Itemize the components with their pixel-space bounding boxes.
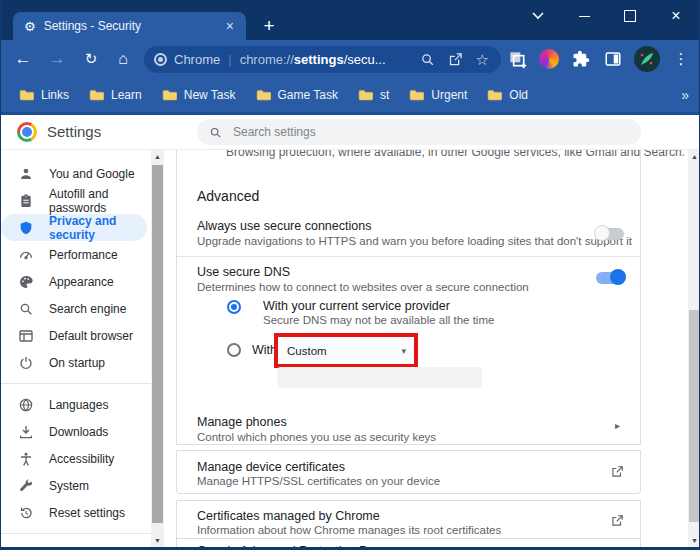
sidebar-scrollbar[interactable]: ▲ ▼	[151, 150, 164, 547]
back-icon[interactable]: ←	[9, 40, 37, 78]
folder-icon	[487, 89, 502, 101]
extensions-puzzle-icon[interactable]	[570, 50, 592, 68]
browser-window: ⚙ Settings - Security × + × ← → ↻ ⌂ Chro…	[0, 0, 700, 550]
settings-search-input[interactable]	[231, 124, 629, 140]
settings-content: Browsing protection, where available, in…	[164, 150, 688, 547]
settings-sidebar: You and Google Autofill and passwords Pr…	[1, 150, 151, 547]
sidebar-item-privacy-security[interactable]: Privacy and security	[1, 214, 147, 241]
colorful-extension-icon[interactable]	[538, 49, 560, 69]
bookmark-item[interactable]: Game Task	[256, 88, 338, 102]
custom-dns-dropdown[interactable]: Custom ▾	[278, 345, 414, 357]
settings-search-box[interactable]	[197, 119, 641, 145]
address-bar[interactable]: Chrome | chrome://settings/secu... ☆	[144, 46, 501, 73]
bookmark-item[interactable]: Old	[487, 88, 528, 102]
scroll-down-icon[interactable]: ▼	[688, 534, 700, 547]
chrome-certificates-title[interactable]: Certificates managed by Chrome	[197, 509, 380, 523]
dns-provider-sublabel: Secure DNS may not be available all the …	[263, 314, 494, 326]
bookmark-item[interactable]: Urgent	[409, 88, 467, 102]
zoom-icon[interactable]	[420, 52, 435, 67]
folder-icon	[19, 89, 34, 101]
maximize-button[interactable]	[607, 0, 653, 32]
sidebar-divider	[1, 533, 151, 534]
url-text: chrome://settings/secu...	[240, 52, 386, 67]
sidebar-item-appearance[interactable]: Appearance	[1, 268, 151, 295]
bookmarks-overflow-icon[interactable]: »	[681, 87, 689, 103]
sidebar-item-performance[interactable]: Performance	[1, 241, 151, 268]
dns-custom-radio[interactable]	[227, 343, 241, 357]
side-panel-icon[interactable]	[602, 50, 624, 68]
chrome-certificates-card[interactable]: Certificates managed by Chrome Informati…	[176, 500, 641, 542]
shield-icon	[18, 220, 34, 236]
open-in-new-icon[interactable]	[610, 465, 624, 483]
scroll-down-icon[interactable]: ▼	[151, 534, 164, 547]
folder-icon	[256, 89, 271, 101]
download-icon	[18, 424, 34, 440]
tab-close-icon[interactable]: ×	[222, 18, 238, 34]
bookmark-item[interactable]: Learn	[89, 88, 142, 102]
share-icon[interactable]	[448, 52, 463, 67]
omnibox-separator: |	[228, 52, 231, 67]
wrench-icon	[18, 478, 34, 494]
sidebar-item-search-engine[interactable]: Search engine	[1, 295, 151, 322]
device-certificates-subtitle: Manage HTTPS/SSL certificates on your de…	[197, 475, 440, 487]
scroll-up-icon[interactable]: ▲	[151, 150, 164, 163]
sidebar-item-on-startup[interactable]: On startup	[1, 349, 151, 376]
custom-dns-provider-field	[277, 367, 482, 388]
scrollbar-thumb[interactable]	[152, 165, 163, 523]
scroll-up-icon[interactable]: ▲	[688, 150, 700, 163]
open-in-new-icon[interactable]	[610, 514, 624, 532]
forward-icon[interactable]: →	[43, 40, 71, 78]
profile-avatar[interactable]	[634, 46, 660, 72]
content-scrollbar[interactable]: ▲ ▼	[688, 150, 700, 547]
sidebar-item-system[interactable]: System	[1, 472, 151, 499]
page-title: Settings	[47, 123, 101, 140]
sidebar-item-autofill[interactable]: Autofill and passwords	[1, 187, 151, 214]
bookmark-star-icon[interactable]: ☆	[476, 52, 489, 67]
sidebar-item-you-and-google[interactable]: You and Google	[1, 160, 151, 187]
always-secure-toggle[interactable]	[596, 228, 624, 240]
advanced-protection-card[interactable]: Google Advanced Protection Program	[176, 538, 641, 547]
menu-kebab-icon[interactable]: ⋮	[670, 50, 692, 68]
security-advanced-card: Browsing protection, where available, in…	[176, 150, 641, 445]
bookmark-item[interactable]: New Task	[162, 88, 236, 102]
device-certificates-card[interactable]: Manage device certificates Manage HTTPS/…	[176, 450, 641, 494]
settings-gear-favicon: ⚙	[24, 20, 36, 33]
device-certificates-title[interactable]: Manage device certificates	[197, 460, 345, 474]
secure-dns-subtitle: Determines how to connect to websites ov…	[197, 281, 529, 293]
bookmark-item[interactable]: st	[358, 88, 389, 102]
close-button[interactable]: ×	[653, 0, 699, 32]
sidebar-item-reset-settings[interactable]: Reset settings	[1, 499, 151, 526]
palette-icon	[18, 274, 34, 290]
folder-icon	[409, 89, 424, 101]
scrollbar-thumb[interactable]	[689, 310, 700, 522]
home-icon[interactable]: ⌂	[109, 40, 137, 78]
screenshot-extension-icon[interactable]	[506, 49, 528, 69]
bookmark-item[interactable]: Links	[19, 88, 69, 102]
minimize-button[interactable]	[561, 0, 607, 32]
new-tab-button[interactable]: +	[257, 14, 281, 38]
sidebar-item-default-browser[interactable]: Default browser	[1, 322, 151, 349]
settings-header: Settings	[1, 115, 699, 150]
sidebar-item-downloads[interactable]: Downloads	[1, 418, 151, 445]
always-secure-subtitle: Upgrade navigations to HTTPS and warn yo…	[197, 235, 632, 247]
tab-title: Settings - Security	[44, 19, 222, 33]
clipped-description-text: Browsing protection, where available, in…	[226, 150, 685, 159]
window-controls: ×	[515, 0, 699, 32]
sidebar-item-languages[interactable]: Languages	[1, 391, 151, 418]
search-icon	[209, 126, 222, 139]
speedometer-icon	[18, 247, 34, 263]
tab-search-chevron-icon[interactable]	[515, 0, 561, 32]
row-chevron-icon[interactable]: ▸	[615, 420, 620, 431]
advanced-heading: Advanced	[197, 188, 259, 204]
reload-icon[interactable]: ↻	[77, 40, 105, 78]
always-secure-title: Always use secure connections	[197, 219, 371, 233]
chrome-certificates-subtitle: Information about how Chrome manages its…	[197, 524, 501, 536]
chevron-down-icon: ▾	[401, 346, 414, 356]
toolbar-extensions-area: ⋮	[506, 40, 699, 78]
secure-dns-toggle[interactable]	[596, 272, 624, 284]
browser-tab[interactable]: ⚙ Settings - Security ×	[13, 12, 246, 40]
sidebar-item-accessibility[interactable]: Accessibility	[1, 445, 151, 472]
manage-phones-title[interactable]: Manage phones	[197, 415, 287, 429]
dns-provider-radio[interactable]	[227, 300, 241, 314]
dns-provider-label[interactable]: With your current service provider	[263, 299, 450, 313]
